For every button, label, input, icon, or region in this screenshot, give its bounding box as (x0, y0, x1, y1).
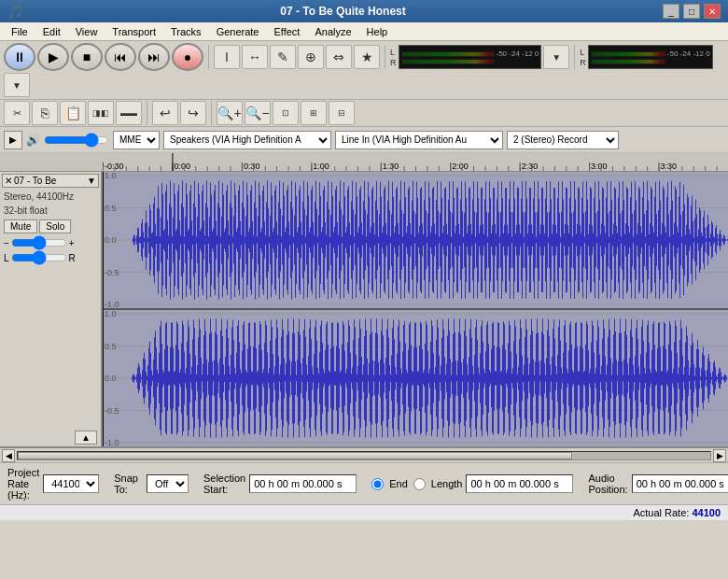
collapse-button[interactable]: ▲ (75, 431, 97, 445)
tool-envelope-button[interactable]: ↔ (242, 45, 268, 69)
solo-button[interactable]: Solo (39, 219, 71, 233)
menu-tracks[interactable]: Tracks (163, 24, 209, 39)
tool-select-button[interactable]: I (214, 45, 240, 69)
input-device-select[interactable]: Line In (VIA High Definition Au (335, 131, 503, 149)
record-vu-meter: -50 -24 -12 0 (588, 45, 713, 69)
toolbar-transport: ⏸ ▶ ■ ⏮ ⏭ ● I ↔ ✎ ⊕ ⇔ ★ LR -50 -24 -12 0… (0, 41, 728, 100)
output-device-select[interactable]: Speakers (VIA High Definition A (163, 131, 331, 149)
track-dropdown-btn[interactable]: ▼ (87, 176, 96, 186)
status-row-actual-rate: Actual Rate: 44100 (0, 504, 728, 520)
window-title: 07 - To Be Quite Honest (23, 5, 663, 18)
record-vu-settings-button[interactable]: ▼ (4, 73, 30, 97)
pause-button[interactable]: ⏸ (4, 43, 35, 71)
separator-2 (385, 45, 385, 69)
menu-help[interactable]: Help (359, 24, 396, 39)
menu-generate[interactable]: Generate (209, 24, 267, 39)
trim-button[interactable]: ◨◧ (88, 101, 114, 125)
title-bar: 🎵 07 - To Be Quite Honest _ □ ✕ (0, 0, 728, 22)
zoom-in-button[interactable]: 🔍+ (217, 101, 243, 125)
tool-multi-button[interactable]: ★ (354, 45, 380, 69)
separator-3 (574, 45, 575, 69)
stop-button[interactable]: ■ (71, 43, 103, 71)
length-radio-label: Length (431, 478, 463, 489)
app-icon: 🎵 (7, 4, 23, 19)
copy-button[interactable]: ⎘ (32, 101, 58, 125)
actual-rate-value: 44100 (692, 507, 721, 518)
menu-edit[interactable]: Edit (35, 24, 68, 39)
track-mute-solo-area: Mute Solo (0, 218, 101, 235)
host-select[interactable]: MME (113, 131, 160, 149)
tool-draw-button[interactable]: ✎ (270, 45, 296, 69)
track-controls-panel: ✕ 07 - To Be ▼ Stereo, 44100Hz 32-bit fl… (0, 172, 103, 446)
vu-settings-button[interactable]: ▼ (543, 45, 569, 69)
prev-button[interactable]: ⏮ (105, 43, 136, 71)
waveform-display (103, 172, 728, 446)
stop-icon: ■ (83, 49, 91, 64)
channel-select[interactable]: 2 (Stereo) Record (507, 131, 619, 149)
playback-cursor (103, 172, 104, 446)
window-controls: _ □ ✕ (663, 4, 721, 19)
audio-position-input[interactable] (632, 474, 728, 493)
separator-1 (208, 45, 209, 69)
project-rate-label: Project Rate (Hz): (7, 467, 39, 501)
status-row-main: Project Rate (Hz): 44100 Snap To: Off Se… (0, 463, 728, 504)
track-close-btn[interactable]: ✕ (5, 176, 12, 186)
project-rate-field: Project Rate (Hz): 44100 (7, 467, 99, 501)
gain-minus-icon: − (4, 238, 9, 248)
tool-timeshift-button[interactable]: ⇔ (326, 45, 352, 69)
maximize-button[interactable]: □ (683, 4, 700, 19)
menu-effect[interactable]: Effect (267, 24, 308, 39)
zoom-toggle-button[interactable]: ⊟ (329, 101, 355, 125)
gain-slider[interactable] (11, 237, 67, 248)
play-icon: ▶ (49, 49, 59, 64)
redo-button[interactable]: ↪ (180, 101, 206, 125)
end-radio[interactable] (371, 478, 384, 490)
record-button[interactable]: ● (172, 43, 203, 71)
end-value-input[interactable] (466, 474, 573, 493)
menu-analyze[interactable]: Analyze (307, 24, 358, 39)
output-volume-slider[interactable] (44, 134, 109, 146)
track-info-bitdepth: 32-bit float (0, 204, 101, 218)
selection-start-input[interactable] (249, 474, 357, 493)
scroll-track[interactable] (17, 451, 711, 460)
status-bar: Project Rate (Hz): 44100 Snap To: Off Se… (0, 462, 728, 516)
zoom-out-button[interactable]: 🔍− (245, 101, 271, 125)
selection-start-field: Selection Start: (203, 473, 357, 495)
tool-zoom-button[interactable]: ⊕ (298, 45, 324, 69)
length-radio[interactable] (413, 478, 426, 490)
scroll-left-button[interactable]: ◀ (2, 449, 15, 462)
silence-button[interactable]: ▬▬ (116, 101, 142, 125)
separator-edit-1 (147, 101, 147, 125)
scroll-right-button[interactable]: ▶ (713, 449, 726, 462)
play-button[interactable]: ▶ (37, 43, 69, 71)
track-area: ✕ 07 - To Be ▼ Stereo, 44100Hz 32-bit fl… (0, 172, 728, 447)
undo-button[interactable]: ↩ (152, 101, 178, 125)
close-button[interactable]: ✕ (704, 4, 721, 19)
separator-edit-2 (211, 101, 212, 125)
record-vu-label: LR (580, 48, 586, 67)
horizontal-scrollbar: ◀ ▶ (0, 447, 728, 462)
paste-button[interactable]: 📋 (60, 101, 86, 125)
project-rate-select[interactable]: 44100 (43, 474, 99, 493)
scroll-thumb[interactable] (18, 452, 572, 459)
snap-to-select[interactable]: Off (147, 474, 189, 493)
menu-file[interactable]: File (4, 24, 35, 39)
menu-view[interactable]: View (68, 24, 105, 39)
mute-button[interactable]: Mute (4, 219, 37, 233)
output-play-button[interactable]: ▶ (4, 131, 22, 149)
minimize-button[interactable]: _ (663, 4, 679, 19)
next-icon: ⏭ (147, 49, 161, 64)
actual-rate-label: Actual Rate: (633, 507, 689, 518)
fit-project-button[interactable]: ⊡ (273, 101, 299, 125)
record-icon: ● (184, 49, 191, 64)
timeline-ruler (0, 153, 728, 172)
audio-position-field: Audio Position: (588, 473, 728, 495)
pan-slider[interactable] (11, 252, 67, 263)
fit-selection-button[interactable]: ⊞ (301, 101, 327, 125)
cut-button[interactable]: ✂ (4, 101, 30, 125)
menu-transport[interactable]: Transport (105, 24, 163, 39)
volume-icon: 🔊 (26, 134, 40, 147)
next-button[interactable]: ⏭ (138, 43, 170, 71)
playback-vu-label: LR (390, 48, 397, 67)
gain-plus-icon: + (69, 238, 75, 248)
